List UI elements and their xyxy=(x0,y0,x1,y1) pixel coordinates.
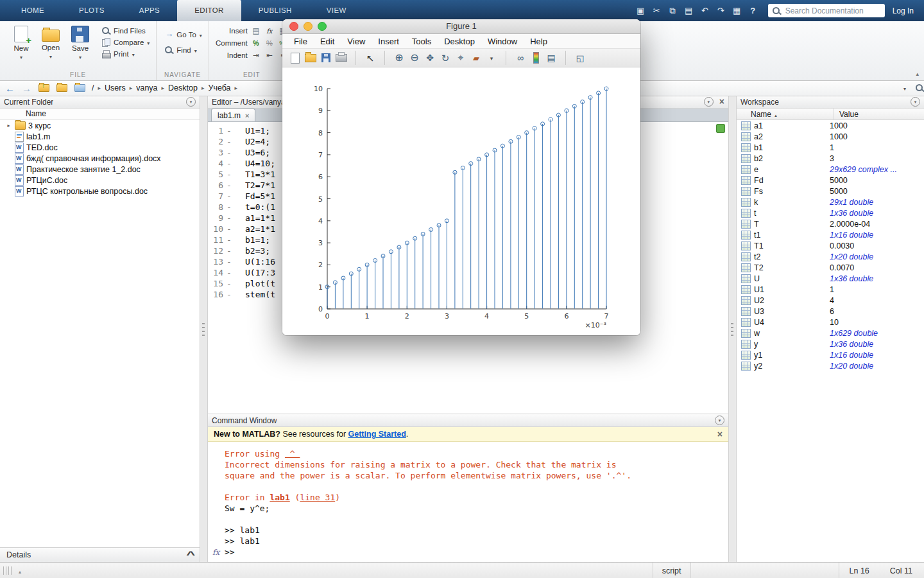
file-item[interactable]: ▸ 3 курс xyxy=(0,120,200,131)
workspace-variable-row[interactable]: Fs 5000 xyxy=(737,186,924,197)
indent-right-icon[interactable] xyxy=(251,51,261,60)
rotate-3d-icon[interactable] xyxy=(438,51,453,65)
insert-function-icon[interactable]: fx xyxy=(264,26,275,35)
breadcrumb-segment[interactable]: Desktop xyxy=(168,83,198,92)
workspace-variable-row[interactable]: T 2.0000e-04 xyxy=(737,218,924,229)
workspace-variable-row[interactable]: t2 1x20 double xyxy=(737,251,924,262)
zoom-in-icon[interactable] xyxy=(384,51,407,65)
close-banner-icon[interactable] xyxy=(717,430,723,439)
file-item[interactable]: бжд( справочная информация).docx xyxy=(0,153,200,164)
workspace-variable-row[interactable]: U4 10 xyxy=(737,317,924,328)
panel-splitter[interactable] xyxy=(200,96,208,562)
workspace-variable-row[interactable]: a1 1000 xyxy=(737,120,924,131)
toolstrip-tab[interactable]: VIEW xyxy=(309,0,364,21)
go-to-button[interactable]: Go To xyxy=(164,30,202,39)
print-button[interactable]: Print xyxy=(101,49,150,58)
toolstrip-tab[interactable]: PUBLISH xyxy=(241,0,309,21)
file-item[interactable]: РТЦС контрольные вопросы.doc xyxy=(0,186,200,197)
workspace-variable-row[interactable]: b1 1 xyxy=(737,142,924,153)
workspace-variable-row[interactable]: b2 3 xyxy=(737,153,924,164)
maximize-window-button[interactable] xyxy=(318,22,327,31)
comment-icon[interactable] xyxy=(251,39,261,48)
breadcrumb-segment[interactable]: Учеба xyxy=(208,83,230,92)
figure-menu-item[interactable]: Help xyxy=(524,37,554,46)
panel-menu-button[interactable] xyxy=(911,97,920,107)
indent-left-icon[interactable] xyxy=(264,51,275,60)
workspace-variable-row[interactable]: e 29x629 complex ... xyxy=(737,164,924,175)
editor-tab-lab1[interactable]: lab1.m xyxy=(211,109,255,121)
window-layout-icon[interactable] xyxy=(732,6,742,15)
undo-icon[interactable] xyxy=(700,6,710,15)
name-column-header[interactable]: Name xyxy=(737,109,834,119)
insert-legend-icon[interactable] xyxy=(543,51,559,65)
panel-menu-button[interactable] xyxy=(704,97,714,107)
minimize-window-button[interactable] xyxy=(304,22,312,31)
zoom-out-icon[interactable] xyxy=(407,51,422,65)
file-item[interactable]: TED.doc xyxy=(0,142,200,153)
workspace-variable-row[interactable]: U 1x36 double xyxy=(737,273,924,284)
workspace-variable-row[interactable]: U1 1 xyxy=(737,284,924,295)
workspace-variable-row[interactable]: T1 0.0030 xyxy=(737,240,924,251)
close-icon[interactable] xyxy=(719,97,724,107)
open-file-icon[interactable] xyxy=(303,51,318,65)
brush-icon[interactable] xyxy=(468,51,484,65)
workspace-variable-row[interactable]: U3 6 xyxy=(737,306,924,317)
code-analyzer-indicator[interactable] xyxy=(716,124,725,133)
figure-menu-item[interactable]: Insert xyxy=(372,37,406,46)
data-cursor-icon[interactable] xyxy=(453,51,468,65)
active-prompt-line[interactable]: fx>> xyxy=(225,547,728,557)
command-window-content[interactable]: Error using ^ Incorrect dimensions for r… xyxy=(208,442,728,562)
name-column-header[interactable]: Name xyxy=(0,109,200,120)
close-window-button[interactable] xyxy=(289,22,298,31)
dock-figure-icon[interactable] xyxy=(565,51,588,65)
workspace-variable-row[interactable]: y 1x36 double xyxy=(737,338,924,349)
uncomment-icon[interactable] xyxy=(264,39,275,48)
error-file-link[interactable]: lab1 xyxy=(270,493,289,502)
cut-icon[interactable] xyxy=(652,6,662,15)
file-item[interactable]: Практическое занятие 1_2.doc xyxy=(0,164,200,175)
save-icon[interactable] xyxy=(636,6,646,15)
figure-titlebar[interactable]: Figure 1 xyxy=(282,19,640,34)
toolstrip-tab[interactable]: EDITOR xyxy=(177,0,241,21)
workspace-variable-row[interactable]: t 1x36 double xyxy=(737,207,924,218)
insert-section-icon[interactable] xyxy=(251,26,261,35)
workspace-variable-row[interactable]: y1 1x16 double xyxy=(737,349,924,360)
toolstrip-tab[interactable]: APPS xyxy=(122,0,177,21)
file-item[interactable]: lab1.m xyxy=(0,131,200,142)
dropdown-arrow-icon[interactable] xyxy=(484,51,499,65)
workspace-variable-row[interactable]: y2 1x20 double xyxy=(737,360,924,371)
panel-splitter[interactable] xyxy=(728,96,737,562)
figure-menu-item[interactable]: Desktop xyxy=(438,37,481,46)
copy-icon[interactable] xyxy=(668,6,678,15)
figure-menu-item[interactable]: File xyxy=(287,37,314,46)
back-arrow-icon[interactable] xyxy=(5,83,15,94)
workspace-variable-row[interactable]: k 29x1 double xyxy=(737,197,924,207)
expand-icon[interactable]: ▸ xyxy=(5,123,12,128)
search-folder-icon[interactable] xyxy=(915,83,924,92)
figure-menu-item[interactable]: Edit xyxy=(314,37,341,46)
open-button[interactable]: Open xyxy=(36,24,65,60)
workspace-variable-row[interactable]: t1 1x16 double xyxy=(737,229,924,240)
breadcrumb-segment[interactable]: vanya xyxy=(136,83,157,92)
link-plot-icon[interactable] xyxy=(506,51,528,65)
figure-menu-item[interactable]: Tools xyxy=(406,37,438,46)
path-dropdown-icon[interactable] xyxy=(903,83,906,92)
breadcrumb-segment[interactable]: Users xyxy=(105,83,126,92)
workspace-variable-row[interactable]: w 1x629 double xyxy=(737,328,924,338)
workspace-variable-row[interactable]: a2 1000 xyxy=(737,131,924,142)
workspace-variable-row[interactable]: T2 0.0070 xyxy=(737,262,924,273)
find-button[interactable]: Find xyxy=(164,46,202,55)
error-operator-link[interactable]: ^ xyxy=(285,449,300,459)
error-line-link[interactable]: line 31 xyxy=(300,493,335,502)
pan-icon[interactable] xyxy=(422,51,438,65)
getting-started-link[interactable]: Getting Started xyxy=(348,430,406,439)
chevron-up-icon[interactable] xyxy=(188,550,193,560)
file-item[interactable]: РТЦиС.doc xyxy=(0,175,200,186)
new-button[interactable]: New xyxy=(6,24,36,60)
browse-folder-icon[interactable] xyxy=(56,84,67,92)
panel-menu-button[interactable] xyxy=(715,416,724,425)
details-bar[interactable]: Details xyxy=(0,547,200,562)
login-button[interactable]: Log In xyxy=(893,6,914,15)
breadcrumb-segment[interactable]: / xyxy=(92,83,94,92)
value-column-header[interactable]: Value xyxy=(834,110,859,119)
